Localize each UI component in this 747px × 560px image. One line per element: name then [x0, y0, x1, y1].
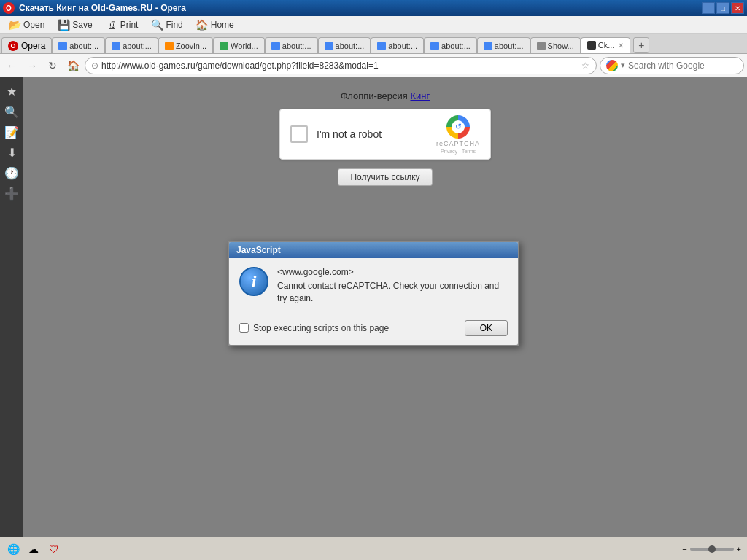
tab-favicon-2 — [112, 42, 120, 50]
sidebar-search-button[interactable]: 🔍 — [2, 102, 21, 121]
zoom-plus-icon[interactable]: + — [737, 545, 741, 553]
tab-favicon-10 — [537, 42, 546, 50]
menu-save-label: Save — [72, 20, 92, 30]
tab-about-3[interactable]: about:... — [265, 37, 318, 53]
search-box: ▾ — [600, 57, 744, 74]
opera-tab-logo: O — [8, 41, 18, 51]
window-title: Скачать Кинг на Old-Games.RU - Opera — [19, 3, 186, 13]
tab-about-1[interactable]: about:... — [52, 37, 105, 53]
page-title-link[interactable]: Кинг — [410, 90, 430, 101]
find-icon: 🔍 — [151, 19, 163, 31]
tab-opera[interactable]: O Opera — [1, 37, 52, 53]
address-bar: ⊙ ☆ — [85, 57, 597, 74]
menu-find[interactable]: 🔍 Find — [145, 18, 188, 32]
tab-label-1: about:... — [69, 42, 98, 50]
sidebar-notes-button[interactable]: 📝 — [2, 122, 21, 141]
page-inner: Флоппи-версия Кинг I'm not a robot ↺ reC… — [23, 85, 747, 186]
menu-save[interactable]: 💾 Save — [52, 18, 98, 32]
bookmark-star-icon[interactable]: ☆ — [581, 60, 590, 71]
stop-scripts-checkbox[interactable] — [239, 323, 249, 332]
recaptcha-box: I'm not a robot ↺ reCAPTCHA Privacy - Te… — [279, 109, 491, 160]
tab-about-4[interactable]: about:... — [318, 37, 371, 53]
menu-open-label: Open — [23, 20, 44, 30]
minimize-button[interactable]: – — [702, 2, 715, 14]
search-input[interactable] — [628, 61, 738, 71]
stop-scripts-label[interactable]: Stop executing scripts on this page — [239, 323, 389, 333]
status-bar: 🌐 ☁ 🛡 − + — [0, 537, 747, 560]
reload-button[interactable]: ↻ — [44, 57, 61, 74]
tab-favicon-9 — [484, 42, 492, 50]
tab-favicon-3 — [165, 42, 174, 50]
search-engine-icon — [606, 60, 618, 71]
dialog-message: Cannot contact reCAPTCHA. Check your con… — [277, 280, 508, 305]
tab-favicon-5 — [271, 42, 280, 50]
sidebar-downloads-button[interactable]: ⬇ — [2, 143, 21, 162]
tab-favicon-8 — [430, 42, 439, 50]
menu-print-label: Print — [120, 20, 139, 30]
sidebar-bookmarks-button[interactable]: ★ — [2, 82, 21, 101]
maximize-button[interactable]: □ — [716, 2, 729, 14]
sidebar-add-button[interactable]: ➕ — [2, 184, 21, 203]
zoom-slider[interactable] — [690, 548, 734, 551]
dialog-ok-button[interactable]: OK — [465, 320, 508, 336]
tab-label-11: Ck... — [598, 41, 615, 50]
status-page-icon: 🌐 — [6, 542, 20, 556]
title-bar: O Скачать Кинг на Old-Games.RU - Opera –… — [0, 0, 747, 16]
status-cloud-icon: ☁ — [26, 542, 41, 556]
back-button[interactable]: ← — [3, 57, 20, 74]
dialog-title: JavaScript — [229, 242, 518, 258]
home-nav-button[interactable]: 🏠 — [64, 57, 82, 74]
tab-favicon-7 — [377, 42, 386, 50]
sidebar-history-button[interactable]: 🕐 — [2, 163, 21, 182]
tab-label-7: about:... — [388, 42, 417, 50]
tab-label-6: about:... — [336, 42, 365, 50]
close-button[interactable]: ✕ — [731, 2, 744, 14]
open-icon: 📂 — [9, 19, 20, 31]
new-tab-button[interactable]: + — [633, 37, 649, 53]
dialog-footer: Stop executing scripts on this page OK — [239, 314, 508, 336]
menu-open[interactable]: 📂 Open — [3, 18, 50, 32]
tab-about-5[interactable]: about:... — [371, 37, 424, 53]
page-title-text: Флоппи-версия — [341, 90, 408, 101]
tab-about-6[interactable]: about:... — [424, 37, 477, 53]
page-content: Флоппи-версия Кинг I'm not a robot ↺ reC… — [23, 85, 747, 186]
dialog-content: i <www.google.com> Cannot contact reCAPT… — [239, 267, 508, 305]
opera-icon: O — [3, 2, 15, 14]
tab-ck-active[interactable]: Ck... ✕ — [581, 37, 631, 53]
recaptcha-text: reCAPTCHA — [436, 140, 480, 147]
recaptcha-checkbox[interactable] — [290, 125, 308, 143]
url-input[interactable] — [101, 61, 581, 71]
tab-about-2[interactable]: about:... — [105, 37, 158, 53]
nav-bar: ← → ↻ 🏠 ⊙ ☆ ▾ — [0, 54, 747, 77]
home-icon: 🏠 — [196, 19, 208, 31]
recaptcha-logo: ↺ — [446, 115, 470, 139]
menu-home[interactable]: 🏠 Home — [190, 18, 240, 32]
status-zoom: − + — [682, 545, 741, 553]
tab-label-10: Show... — [548, 42, 574, 50]
zoom-minus-icon[interactable]: − — [682, 545, 686, 553]
menu-print[interactable]: 🖨 Print — [100, 18, 144, 32]
recaptcha-label: I'm not a robot — [317, 128, 382, 140]
forward-button[interactable]: → — [23, 57, 41, 74]
tab-world[interactable]: World... — [213, 37, 265, 53]
page-title: Флоппи-версия Кинг — [341, 90, 430, 101]
zoom-thumb — [708, 545, 716, 553]
tab-favicon-4 — [220, 42, 228, 50]
get-link-button[interactable]: Получить ссылку — [338, 168, 432, 186]
tab-label-9: about:... — [495, 42, 524, 50]
tab-label-2: about:... — [123, 42, 152, 50]
print-icon: 🖨 — [106, 19, 117, 31]
tab-label-4: World... — [231, 42, 258, 50]
tab-favicon-6 — [325, 42, 333, 50]
tab-show[interactable]: Show... — [530, 37, 581, 53]
tab-about-7[interactable]: about:... — [477, 37, 530, 53]
tab-label-8: about:... — [441, 42, 471, 50]
tab-label-5: about:... — [282, 42, 311, 50]
tab-zoovi[interactable]: Zoovin... — [158, 37, 213, 53]
tab-favicon-11 — [587, 41, 596, 50]
tab-close-icon[interactable]: ✕ — [618, 42, 624, 50]
javascript-dialog: JavaScript i <www.google.com> Cannot con… — [228, 241, 519, 346]
tab-opera-label: Opera — [21, 41, 45, 51]
dialog-text-area: <www.google.com> Cannot contact reCAPTCH… — [277, 267, 508, 305]
dialog-origin: <www.google.com> — [277, 267, 508, 277]
